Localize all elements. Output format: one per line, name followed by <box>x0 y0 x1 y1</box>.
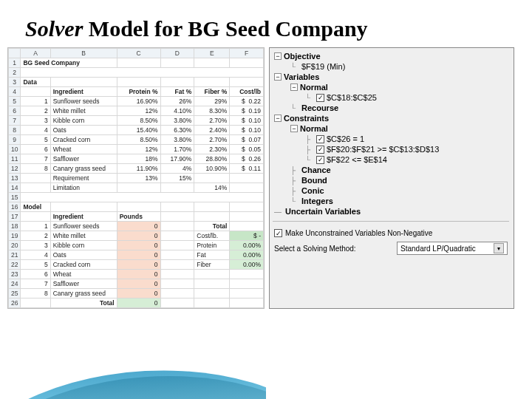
chevron-down-icon[interactable]: ▾ <box>494 243 504 253</box>
constraint-2[interactable]: ├✓$F$20:$F$21 >= $C$13:$D$13 <box>273 144 509 154</box>
checkbox-icon[interactable]: ✓ <box>316 146 324 154</box>
title-rest: Model for BG Seed Company <box>83 16 367 41</box>
minus-icon[interactable]: − <box>290 83 298 91</box>
node-objective[interactable]: −Objective <box>273 51 509 61</box>
constraint-1[interactable]: ├✓$C$26 = 1 <box>273 134 509 144</box>
checkbox-icon[interactable]: ✓ <box>316 94 324 102</box>
dv-cell[interactable]: 0 <box>117 222 160 231</box>
decorative-swoosh <box>0 340 266 399</box>
node-integers[interactable]: └Integers <box>273 196 509 206</box>
col-corner[interactable] <box>9 49 21 58</box>
hdr-protein[interactable]: Protein % <box>117 87 160 97</box>
minus-icon[interactable]: − <box>274 73 282 81</box>
nonneg-label: Make Unconstrained Variables Non-Negativ… <box>285 229 432 237</box>
node-bound[interactable]: ├Bound <box>273 175 509 185</box>
node-chance[interactable]: ├Chance <box>273 165 509 175</box>
company-cell[interactable]: BG Seed Company <box>21 58 117 68</box>
checkbox-icon[interactable]: ✓ <box>316 135 324 143</box>
var-range[interactable]: └✓$C$18:$C$25 <box>273 92 509 103</box>
objective-cell[interactable]: └$F$19 (Min) <box>273 61 509 72</box>
col-d[interactable]: D <box>160 49 194 58</box>
nonneg-checkbox[interactable]: ✓ <box>274 229 282 237</box>
solver-tree: −Objective └$F$19 (Min) −Variables −Norm… <box>273 51 509 216</box>
model-label[interactable]: Model <box>21 202 50 212</box>
hdr-fat[interactable]: Fat % <box>160 87 194 97</box>
node-recourse[interactable]: └Recourse <box>273 103 509 113</box>
col-b[interactable]: B <box>50 49 117 58</box>
col-f[interactable]: F <box>230 49 264 58</box>
divider <box>273 221 509 222</box>
col-c[interactable]: C <box>117 49 160 58</box>
nonneg-row[interactable]: ✓ Make Unconstrained Variables Non-Negat… <box>273 226 509 240</box>
spreadsheet[interactable]: A B C D E F 1BG Seed Company 2 3Data 4 I… <box>8 48 264 308</box>
solver-panel: −Objective └$F$19 (Min) −Variables −Norm… <box>269 47 514 309</box>
method-label: Select a Solving Method: <box>274 245 356 253</box>
spreadsheet-panel: A B C D E F 1BG Seed Company 2 3Data 4 I… <box>7 47 265 309</box>
obj-cell[interactable]: $ - <box>230 231 264 241</box>
hdr-ingredient[interactable]: Ingredient <box>50 87 117 97</box>
minus-icon[interactable]: − <box>274 115 282 122</box>
col-a[interactable]: A <box>21 49 50 58</box>
node-variables[interactable]: −Variables <box>273 72 509 82</box>
node-conic[interactable]: ├Conic <box>273 185 509 196</box>
lim-label[interactable]: Limitation <box>50 183 117 193</box>
req-label[interactable]: Requirement <box>50 174 117 183</box>
node-uncertain[interactable]: —Uncertain Variables <box>273 206 509 216</box>
node-normal-vars[interactable]: −Normal <box>273 82 509 92</box>
title-em: Solver <box>25 16 83 41</box>
checkbox-icon[interactable]: ✓ <box>316 156 324 164</box>
total-lb[interactable]: 0 <box>117 299 160 308</box>
minus-icon[interactable]: − <box>290 125 298 132</box>
method-value: Standard LP/Quadratic <box>400 245 476 253</box>
page-title: Solver Model for BG Seed Company <box>0 0 532 47</box>
hdr-fiber[interactable]: Fiber % <box>194 87 230 97</box>
total-label[interactable]: Total <box>50 299 117 308</box>
ing-name[interactable]: Sunflower seeds <box>50 97 117 106</box>
node-normal-cons[interactable]: −Normal <box>273 123 509 134</box>
method-dropdown[interactable]: Standard LP/Quadratic ▾ <box>397 242 508 255</box>
method-row: Select a Solving Method: Standard LP/Qua… <box>273 240 509 256</box>
hdr-cost[interactable]: Cost/lb <box>230 87 264 97</box>
constraint-3[interactable]: └✓$F$22 <= $E$14 <box>273 154 509 165</box>
minus-icon[interactable]: − <box>274 52 282 60</box>
node-constraints[interactable]: −Constraints <box>273 113 509 123</box>
data-label[interactable]: Data <box>21 78 50 87</box>
col-e[interactable]: E <box>194 49 230 58</box>
